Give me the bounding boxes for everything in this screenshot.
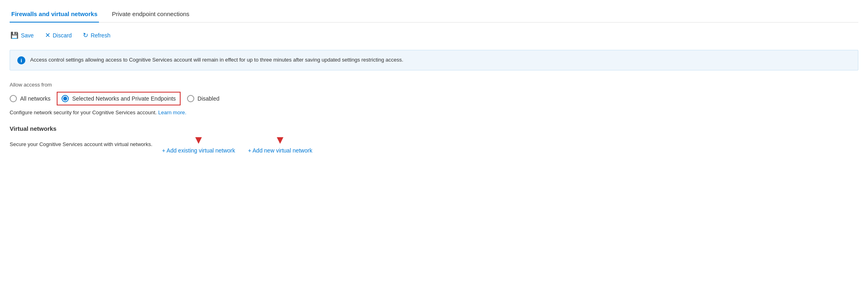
tab-private-endpoint[interactable]: Private endpoint connections <box>110 6 191 22</box>
radio-selected-networks-circle <box>62 95 69 102</box>
radio-selected-networks-label: Selected Networks and Private Endpoints <box>72 95 176 102</box>
radio-disabled-label: Disabled <box>197 95 219 102</box>
allow-access-section: Allow access from All networks Selected … <box>10 82 858 115</box>
toolbar: 💾 Save ✕ Discard ↻ Refresh <box>10 31 858 40</box>
refresh-button[interactable]: ↻ Refresh <box>82 31 111 40</box>
add-new-link[interactable]: + Add new virtual network <box>248 147 312 154</box>
configure-text: Configure network security for your Cogn… <box>10 109 858 115</box>
radio-disabled[interactable]: Disabled <box>187 95 219 102</box>
add-new-group: ▼ + Add new virtual network <box>248 134 312 154</box>
page-container: Firewalls and virtual networks Private e… <box>0 0 868 305</box>
virtual-networks-row: Secure your Cognitive Services account w… <box>10 134 858 154</box>
tabs-bar: Firewalls and virtual networks Private e… <box>10 6 858 23</box>
add-existing-group: ▼ + Add existing virtual network <box>162 134 235 154</box>
allow-access-label: Allow access from <box>10 82 858 88</box>
info-banner-text: Access control settings allowing access … <box>30 56 403 64</box>
arrow-down-existing-icon: ▼ <box>193 134 204 146</box>
discard-button[interactable]: ✕ Discard <box>44 31 72 40</box>
save-label: Save <box>21 32 34 39</box>
refresh-label: Refresh <box>91 32 110 39</box>
virtual-networks-actions: ▼ + Add existing virtual network ▼ + Add… <box>162 134 325 154</box>
learn-more-link[interactable]: Learn more. <box>158 109 186 115</box>
radio-selected-networks[interactable]: Selected Networks and Private Endpoints <box>62 95 176 102</box>
discard-label: Discard <box>53 32 72 39</box>
radio-all-networks-label: All networks <box>20 95 50 102</box>
arrow-down-new-icon: ▼ <box>275 134 286 146</box>
radio-disabled-circle <box>187 95 194 102</box>
refresh-icon: ↻ <box>83 32 88 39</box>
radio-selected-networks-dot <box>63 97 67 101</box>
save-icon: 💾 <box>10 32 19 39</box>
save-button[interactable]: 💾 Save <box>10 31 35 40</box>
info-banner: i Access control settings allowing acces… <box>10 50 858 70</box>
virtual-networks-title: Virtual networks <box>10 125 858 132</box>
radio-all-networks[interactable]: All networks <box>10 95 50 102</box>
virtual-networks-section: Virtual networks Secure your Cognitive S… <box>10 125 858 154</box>
radio-selected-networks-highlight: Selected Networks and Private Endpoints <box>57 92 181 105</box>
radio-all-networks-circle <box>10 95 17 102</box>
info-icon: i <box>17 56 25 64</box>
discard-icon: ✕ <box>45 32 50 39</box>
virtual-networks-description: Secure your Cognitive Services account w… <box>10 141 152 147</box>
tab-firewalls[interactable]: Firewalls and virtual networks <box>10 6 99 22</box>
add-existing-link[interactable]: + Add existing virtual network <box>162 147 235 154</box>
radio-group: All networks Selected Networks and Priva… <box>10 92 858 105</box>
